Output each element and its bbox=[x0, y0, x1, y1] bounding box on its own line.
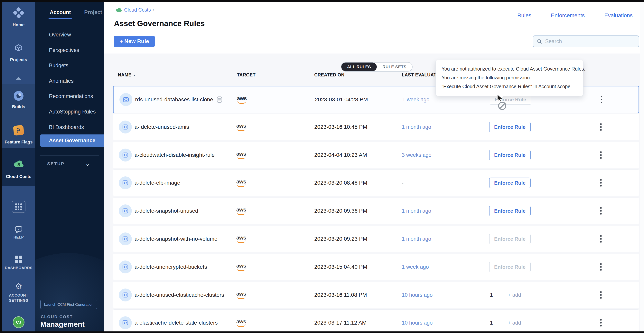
gear-icon: ⚙ bbox=[15, 281, 22, 291]
created-on: 2023-03-17 11:12 AM bbox=[314, 310, 366, 331]
table-row[interactable]: a-delete-elb-imageaws2023-03-20 08:48 PM… bbox=[113, 170, 639, 196]
rule-icon bbox=[119, 232, 132, 245]
row-menu-kebab-icon[interactable] bbox=[597, 234, 605, 244]
add-enforcement-link[interactable]: + add bbox=[508, 282, 521, 308]
sidenav-item-overview[interactable]: Overview bbox=[40, 29, 104, 41]
builds-icon bbox=[13, 91, 24, 101]
dashboards-icon bbox=[15, 256, 22, 263]
tab-account[interactable]: Account bbox=[50, 10, 71, 16]
account-settings-label-1: ACCOUNT bbox=[2, 293, 35, 297]
sidebar-item-home[interactable] bbox=[2, 9, 35, 17]
row-menu-kebab-icon[interactable] bbox=[598, 95, 606, 105]
setup-section-toggle[interactable]: SETUP ⌄ bbox=[47, 160, 99, 168]
cloud-costs-icon: $ bbox=[13, 160, 24, 169]
search-box[interactable] bbox=[533, 36, 639, 47]
new-rule-button[interactable]: + New Rule bbox=[114, 36, 155, 47]
sidenav-item-budgets[interactable]: Budgets bbox=[40, 59, 104, 72]
row-menu-kebab-icon[interactable] bbox=[597, 150, 605, 160]
rail-collapse-button[interactable] bbox=[2, 77, 35, 81]
enforcement-count: 1 bbox=[490, 310, 493, 331]
link-enforcements[interactable]: Enforcements bbox=[551, 12, 585, 19]
table-row[interactable]: a-delete-unused-elasticache-clustersaws2… bbox=[113, 282, 639, 308]
row-menu-kebab-icon[interactable] bbox=[597, 262, 605, 272]
rule-icon bbox=[119, 176, 132, 189]
enforce-rule-button[interactable]: Enforce Rule bbox=[489, 178, 531, 188]
enforce-rule-button[interactable]: Enforce Rule bbox=[489, 150, 531, 160]
home-icon bbox=[13, 7, 24, 19]
tooltip-line-1: You are not authorized to execute Cloud … bbox=[442, 65, 578, 73]
enforce-rule-button[interactable]: Enforce Rule bbox=[489, 234, 531, 244]
table-row[interactable]: a-delete-snapshot-unusedaws2023-03-20 09… bbox=[113, 198, 639, 224]
created-on: 2023-03-15 04:40 PM bbox=[314, 254, 367, 280]
sidebar-item-projects[interactable] bbox=[2, 44, 35, 54]
grid-icon bbox=[12, 201, 26, 213]
app-window: Home Projects Builds Feature Fla bbox=[0, 0, 644, 333]
chevron-down-icon: ⌄ bbox=[85, 161, 90, 167]
rule-icon bbox=[119, 121, 132, 133]
breadcrumb-chevron-icon: › bbox=[153, 7, 154, 13]
tab-active-underline bbox=[48, 18, 72, 19]
aws-target-icon: aws bbox=[236, 114, 246, 140]
feature-flags-icon bbox=[13, 125, 24, 136]
clipboard-icon[interactable] bbox=[216, 96, 222, 103]
launch-ccm-first-gen-button[interactable]: Launch CCM First Generation bbox=[40, 300, 97, 309]
search-icon bbox=[537, 39, 542, 44]
module-switcher-button[interactable] bbox=[2, 201, 35, 213]
table-row[interactable]: a-delete-snapshot-with-no-volumeaws2023-… bbox=[113, 226, 639, 252]
search-input[interactable] bbox=[545, 38, 635, 45]
link-rules[interactable]: Rules bbox=[517, 12, 532, 19]
last-evaluation: 1 month ago bbox=[402, 226, 431, 252]
rule-name: a-elasticache-delete-stale-clusters bbox=[134, 310, 218, 331]
enforce-rule-button[interactable]: Enforce Rule bbox=[489, 206, 531, 216]
tab-project[interactable]: Project bbox=[84, 10, 102, 16]
dashboards-button[interactable] bbox=[2, 256, 35, 263]
add-enforcement-link[interactable]: + add bbox=[508, 310, 521, 331]
user-avatar[interactable]: CJ bbox=[2, 316, 35, 328]
sidebar-item-home-label: Home bbox=[2, 22, 35, 28]
sidenav-item-anomalies[interactable]: Anomalies bbox=[40, 75, 104, 87]
brand-name: Management bbox=[40, 320, 84, 328]
right-edge-strip bbox=[640, 2, 644, 331]
main-content: Cloud Costs › Asset Governance Rules Rul… bbox=[104, 2, 644, 331]
cloud-costs-breadcrumb-icon bbox=[116, 8, 122, 12]
table-row[interactable]: a-delete-unencrypted-bucketsaws2023-03-1… bbox=[113, 254, 639, 280]
sidenav-item-autostopping-rules[interactable]: AutoStopping Rules bbox=[40, 106, 104, 118]
sidebar-item-feature-flags[interactable] bbox=[2, 125, 35, 135]
rule-name: rds-unused-databases-list-clone bbox=[135, 86, 222, 113]
enforce-rule-button[interactable]: Enforce Rule bbox=[489, 262, 531, 272]
sidenav-item-bi-dashboards[interactable]: BI Dashboards bbox=[40, 121, 104, 133]
sidebar-item-cloud-costs[interactable]: $ bbox=[2, 160, 35, 170]
last-evaluation: 1 week ago bbox=[402, 254, 429, 280]
created-on: 2023-03-16 11:08 PM bbox=[314, 282, 367, 308]
sidebar-item-projects-label: Projects bbox=[2, 57, 35, 62]
aws-target-icon: aws bbox=[236, 198, 246, 224]
last-evaluation: 10 hours ago bbox=[402, 310, 433, 331]
account-settings-label-2: SETTINGS bbox=[2, 298, 35, 303]
help-button[interactable]: ? bbox=[2, 226, 35, 235]
sidenav-item-recommendations[interactable]: Recommendations bbox=[40, 90, 104, 102]
tooltip-line-2: You are missing the following permission… bbox=[442, 73, 578, 82]
last-evaluation: 1 week ago bbox=[402, 86, 430, 113]
row-menu-kebab-icon[interactable] bbox=[597, 122, 605, 132]
enforce-rule-button[interactable]: Enforce Rule bbox=[489, 122, 531, 132]
aws-target-icon: aws bbox=[236, 254, 246, 280]
sidebar-item-builds[interactable] bbox=[2, 91, 35, 102]
rule-icon bbox=[119, 316, 132, 329]
enforce-rule-button[interactable]: Enforce Rule bbox=[490, 94, 531, 105]
aws-target-icon: aws bbox=[236, 282, 246, 308]
row-menu-kebab-icon[interactable] bbox=[597, 178, 605, 188]
sidenav-item-perspectives[interactable]: Perspectives bbox=[40, 44, 104, 56]
table-row[interactable]: a-elasticache-delete-stale-clustersaws20… bbox=[113, 310, 639, 331]
row-menu-kebab-icon[interactable] bbox=[597, 206, 605, 216]
tooltip-line-3: "Execute Cloud Asset Governance Rules" i… bbox=[442, 82, 578, 91]
link-evaluations[interactable]: Evaluations bbox=[604, 12, 633, 19]
breadcrumb[interactable]: Cloud Costs › bbox=[116, 7, 154, 13]
account-settings-button[interactable]: ⚙ bbox=[2, 282, 35, 290]
row-menu-kebab-icon[interactable] bbox=[597, 290, 605, 300]
page-title: Asset Governance Rules bbox=[114, 19, 205, 28]
sidenav-item-asset-governance[interactable]: Asset Governance bbox=[40, 134, 104, 147]
row-menu-kebab-icon[interactable] bbox=[597, 318, 605, 328]
table-row[interactable]: a- delete-unused-amisaws2023-03-16 10:45… bbox=[113, 114, 639, 140]
table-row[interactable]: a-cloudwatch-disable-insight-ruleaws2023… bbox=[113, 142, 639, 168]
cloud-costs-sidenav: Account Project OverviewPerspectivesBudg… bbox=[35, 2, 104, 331]
